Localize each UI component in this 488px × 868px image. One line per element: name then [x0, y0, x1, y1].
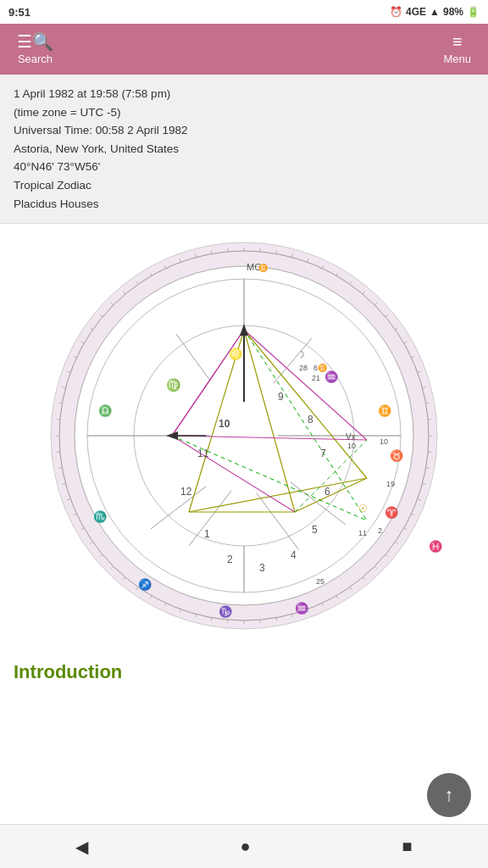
network-icon: ▲: [430, 6, 440, 18]
svg-text:12: 12: [180, 486, 192, 498]
svg-text:♒: ♒: [295, 601, 309, 615]
svg-text:3: 3: [259, 562, 265, 574]
svg-text:11: 11: [358, 529, 367, 537]
svg-text:♊: ♊: [258, 263, 269, 273]
svg-text:28: 28: [299, 364, 308, 372]
battery-icon: 🔋: [467, 6, 480, 18]
search-icon: ☰🔍: [17, 33, 53, 50]
menu-label: Menu: [443, 53, 471, 65]
info-line1: 1 April 1982 at 19:58 (7:58 pm): [14, 85, 474, 103]
scroll-top-icon: ↑: [445, 784, 454, 806]
svg-text:9: 9: [278, 391, 284, 403]
svg-text:♏: ♏: [93, 509, 108, 524]
intro-title: Introduction: [14, 661, 474, 683]
svg-text:Vx: Vx: [346, 432, 356, 442]
svg-text:☉: ☉: [358, 503, 368, 515]
svg-text:☽: ☽: [297, 349, 305, 359]
svg-text:♓: ♓: [429, 539, 443, 554]
svg-text:6: 6: [324, 486, 330, 498]
signal-label: 4GE: [406, 6, 426, 18]
svg-text:♍: ♍: [166, 378, 181, 392]
info-line2: (time zone = UTC -5): [14, 103, 474, 122]
battery-label: 98%: [443, 6, 463, 18]
svg-text:19: 19: [386, 480, 395, 488]
svg-text:♎: ♎: [98, 403, 113, 418]
svg-text:5: 5: [312, 524, 318, 536]
svg-text:2: 2: [378, 526, 382, 535]
top-nav: ☰🔍 Search ≡ Menu: [0, 24, 488, 75]
svg-text:♊: ♊: [378, 403, 392, 418]
menu-button[interactable]: ≡ Menu: [443, 33, 471, 65]
back-button[interactable]: ◀: [58, 830, 105, 864]
home-button[interactable]: ●: [223, 830, 267, 863]
search-button[interactable]: ☰🔍 Search: [17, 33, 53, 65]
info-line5: 40°N46' 73°W56': [14, 158, 474, 176]
svg-text:10: 10: [219, 418, 230, 430]
svg-text:10: 10: [347, 442, 356, 450]
svg-text:♐: ♐: [138, 577, 152, 592]
menu-icon: ≡: [452, 33, 463, 50]
svg-text:1: 1: [204, 528, 210, 540]
svg-text:11: 11: [197, 448, 209, 459]
intro-section: Introduction: [0, 648, 488, 734]
info-line4: Astoria, New York, United States: [14, 140, 474, 159]
time-display: 9:51: [8, 6, 30, 19]
svg-text:6♊: 6♊: [313, 363, 328, 373]
recents-button[interactable]: ■: [385, 830, 429, 863]
info-line6: Tropical Zodiac: [14, 176, 474, 195]
chart-info-panel: 1 April 1982 at 19:58 (7:58 pm) (time zo…: [0, 75, 488, 224]
scroll-top-button[interactable]: ↑: [427, 773, 471, 817]
info-line3: Universal Time: 00:58 2 April 1982: [14, 121, 474, 140]
info-ut-date: 2 April 1982: [127, 124, 187, 136]
svg-text:4: 4: [291, 549, 297, 561]
svg-text:21: 21: [312, 374, 320, 382]
status-bar: 9:51 ⏰ 4GE ▲ 98% 🔋: [0, 0, 488, 24]
bottom-nav: ◀ ● ■: [0, 824, 488, 868]
svg-text:2: 2: [227, 554, 233, 565]
svg-text:♑: ♑: [219, 604, 233, 619]
svg-text:♉: ♉: [390, 448, 404, 463]
natal-chart-svg: ♍ ♌ ♒ ♊ ♉ ♈ ♓ ♒ ♑ ♐ ♏ ♎ ☉ ☽ ☿ ♄ ♀ ♃: [41, 232, 447, 639]
info-line7: Placidus Houses: [14, 195, 474, 214]
search-label: Search: [18, 53, 53, 65]
astrology-chart: ♍ ♌ ♒ ♊ ♉ ♈ ♓ ♒ ♑ ♐ ♏ ♎ ☉ ☽ ☿ ♄ ♀ ♃: [0, 224, 488, 648]
svg-text:10: 10: [380, 437, 388, 446]
svg-text:25: 25: [316, 577, 324, 586]
svg-text:8: 8: [308, 414, 313, 426]
status-icons: ⏰ 4GE ▲ 98% 🔋: [390, 6, 480, 18]
svg-text:♌: ♌: [229, 347, 243, 361]
svg-text:7: 7: [320, 448, 326, 459]
svg-text:♈: ♈: [385, 505, 399, 520]
info-ut-prefix: Universal Time: 00:58: [14, 124, 127, 136]
alarm-icon: ⏰: [390, 6, 402, 18]
status-time: 9:51: [8, 6, 30, 19]
